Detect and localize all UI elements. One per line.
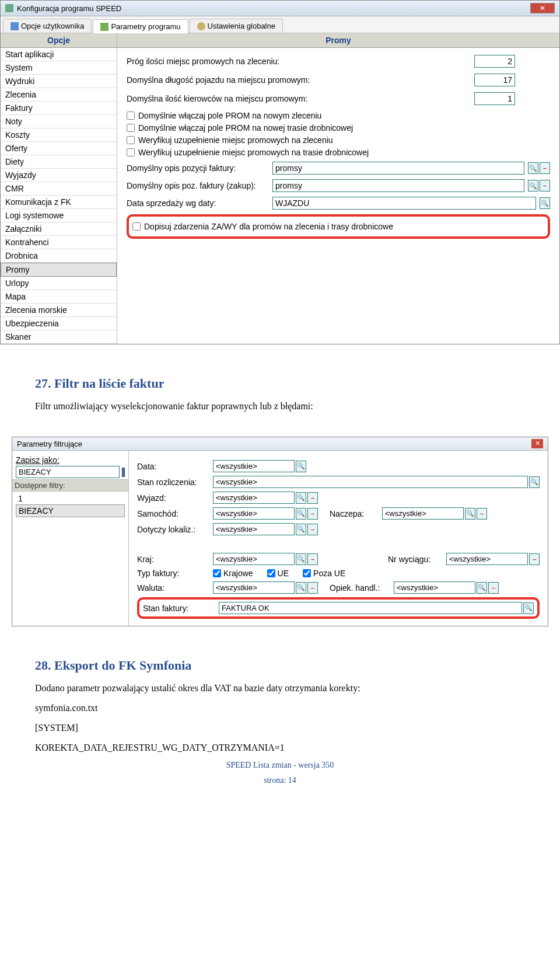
sidebar-item[interactable]: CMR [1, 182, 117, 196]
kraj-input[interactable] [213, 553, 295, 565]
check-ue[interactable] [267, 569, 275, 577]
sidebar-item[interactable]: Załączniki [1, 222, 117, 236]
dlugosc-label: Domyślna długość pojazdu na miejscu prom… [127, 75, 337, 85]
window-title: Konfiguracja programu SPEED [17, 4, 121, 13]
lookup-button[interactable]: 🔍 [296, 553, 306, 565]
check-weryfikuj-zlecenie[interactable] [127, 136, 135, 144]
wyjazd-input[interactable] [213, 492, 295, 504]
tab-user-options[interactable]: Opcje użytkownika [3, 19, 92, 33]
lookup-button[interactable]: 🔍 [296, 508, 306, 520]
sidebar-item[interactable]: Koszty [1, 128, 117, 142]
sidebar-item[interactable]: Wyjazdy [1, 169, 117, 182]
dlugosc-input[interactable] [474, 74, 515, 86]
typfak-label: Typ faktury: [137, 569, 213, 578]
tab-program-params[interactable]: Parametry programu [93, 19, 188, 33]
sidebar-item[interactable]: Noty [1, 115, 117, 128]
clear-button[interactable]: – [307, 508, 318, 520]
stanfak-input[interactable] [219, 602, 522, 614]
sidebar-item[interactable]: Promy [1, 263, 117, 277]
opis-zakup-input[interactable] [272, 179, 524, 192]
check-krajowe[interactable] [213, 569, 221, 577]
sidebar-item[interactable]: Oferty [1, 142, 117, 155]
sidebar-item[interactable]: Urlopy [1, 277, 117, 290]
prog-label: Próg ilości miejsc promowych na zleceniu… [127, 57, 337, 66]
check-poza-ue[interactable] [303, 569, 311, 577]
lookup-button[interactable]: 🔍 [523, 602, 534, 614]
clear-button[interactable]: – [529, 553, 540, 565]
sidebar-item[interactable]: Zlecenia [1, 88, 117, 102]
nrwyc-input[interactable] [446, 553, 528, 565]
sidebar-item[interactable]: Skaner [1, 330, 117, 344]
sidebar-item[interactable]: Mapa [1, 290, 117, 304]
lookup-button[interactable]: 🔍 [540, 197, 550, 209]
filter-item[interactable]: BIEZACY [16, 504, 125, 517]
document-body: 28. Eksport do FK Symfonia Dodano parame… [0, 626, 560, 803]
sidebar-item[interactable]: Wydruki [1, 75, 117, 88]
lookup-button[interactable]: 🔍 [296, 461, 306, 472]
data-sprzedazy-input[interactable] [272, 197, 536, 210]
lookup-button[interactable]: 🔍 [477, 582, 487, 594]
sidebar-item[interactable]: Kontrahenci [1, 236, 117, 249]
footer-line1: SPEED Lista zmian - wersja 350 [35, 761, 525, 770]
lookup-button[interactable]: 🔍 [528, 162, 538, 174]
clear-button[interactable]: – [307, 492, 318, 504]
tab-label: Opcje użytkownika [21, 22, 84, 30]
check-prom-trasa[interactable] [127, 124, 135, 132]
sidebar-item[interactable]: Start aplikacji [1, 48, 117, 61]
sidebar-item[interactable]: Komunikacja z FK [1, 196, 117, 209]
nrwyc-label: Nr wyciągu: [388, 555, 446, 564]
sidebar-item[interactable]: Logi systemowe [1, 209, 117, 222]
kierowcy-input[interactable] [474, 92, 515, 105]
samochod-input[interactable] [213, 507, 295, 520]
clear-button[interactable]: – [477, 508, 487, 520]
check-weryfikuj-trasa[interactable] [127, 148, 135, 156]
clear-button[interactable]: – [488, 582, 499, 594]
highlight-box: Stan faktury:🔍 [137, 597, 540, 619]
lookup-button[interactable]: 🔍 [465, 508, 475, 520]
lookup-button[interactable]: 🔍 [296, 582, 306, 594]
promy-header: Promy [117, 33, 559, 47]
clear-button[interactable]: – [540, 162, 550, 174]
sidebar-item[interactable]: Faktury [1, 102, 117, 115]
opis-faktury-input[interactable] [272, 162, 524, 175]
tab-global-settings[interactable]: Ustawienia globalne [190, 19, 283, 33]
filter-item[interactable]: 1 [16, 493, 125, 504]
sidebar-item[interactable]: Ubezpieczenia [1, 317, 117, 330]
clear-button[interactable]: – [307, 524, 318, 535]
sidebar-item[interactable]: Zlecenia morskie [1, 304, 117, 317]
prog-input[interactable] [474, 55, 515, 68]
check-dopisuj-zdarzenia[interactable] [132, 222, 141, 231]
check-prom-zlecenie[interactable] [127, 112, 135, 120]
naczepa-label: Naczepa: [330, 509, 382, 518]
check-label: Dopisuj zdarzenia ZA/WY dla promów na zl… [144, 222, 393, 231]
lookup-button[interactable]: 🔍 [528, 180, 538, 191]
data-sprzedazy-label: Data sprzedaży wg daty: [127, 198, 272, 208]
samochod-label: Samochód: [137, 509, 213, 518]
sidebar-item[interactable]: System [1, 61, 117, 75]
lookup-button[interactable]: 🔍 [296, 492, 306, 504]
check-label: Weryfikuj uzupełnienie miejsc promowych … [138, 148, 369, 157]
dotyczy-input[interactable] [213, 523, 295, 535]
zapisz-input[interactable] [16, 466, 120, 478]
sidebar-item[interactable]: Diety [1, 155, 117, 169]
naczepa-input[interactable] [382, 507, 464, 520]
data-input[interactable] [213, 460, 295, 472]
zapisz-label[interactable]: Zapisz jako: [16, 455, 125, 465]
check-label: Domyślnie włączaj pole PROM na nowym zle… [138, 111, 321, 120]
filter-title: Parametry filtrujące [17, 440, 82, 448]
kierowcy-label: Domyślna ilość kierowców na miejscu prom… [127, 94, 337, 103]
opis-zakup-label: Domyślny opis poz. faktury (zakup): [127, 181, 272, 190]
close-button[interactable]: ✕ [531, 439, 543, 448]
opiek-input[interactable] [394, 581, 475, 594]
lookup-button[interactable]: 🔍 [296, 524, 306, 535]
save-icon[interactable] [122, 468, 125, 477]
lookup-button[interactable]: 🔍 [529, 476, 540, 488]
close-button[interactable]: ✕ [530, 3, 555, 13]
clear-button[interactable]: – [307, 553, 318, 565]
clear-button[interactable]: – [540, 180, 550, 191]
waluta-input[interactable] [213, 581, 295, 594]
clear-button[interactable]: – [307, 582, 318, 594]
stan-roz-input[interactable] [213, 476, 528, 488]
sidebar-item[interactable]: Drobnica [1, 249, 117, 263]
filter-form: Data:🔍 Stan rozliczenia:🔍 Wyjazd:🔍– Samo… [129, 451, 548, 626]
